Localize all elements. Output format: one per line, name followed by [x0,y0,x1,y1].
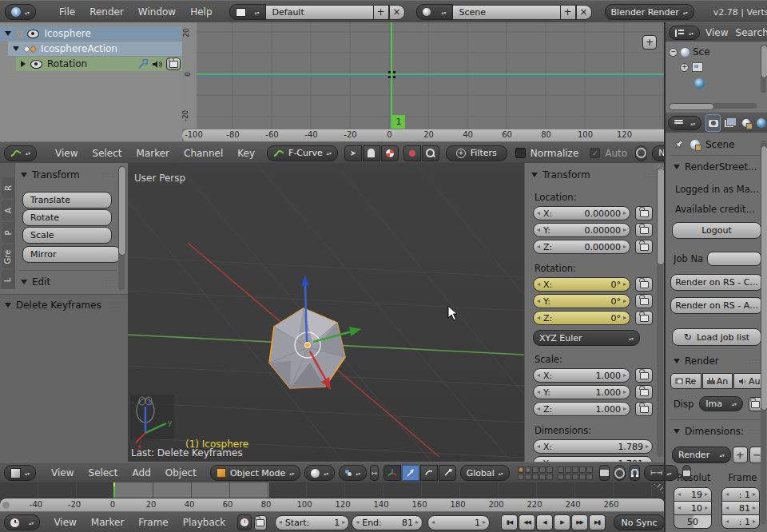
filters-button[interactable]: + Filters [446,145,507,161]
panel-dimensions-header[interactable]: Dimensions: :::: [666,420,767,437]
magnifier-icon[interactable] [422,145,439,161]
editor-type-selector[interactable]: i ▴▾ [5,4,36,20]
lock-time-icon[interactable] [254,515,267,530]
location-field[interactable]: ◂X:0.00000▸ [533,206,630,220]
panel-drag-dots[interactable]: :::: [109,301,121,309]
playback-button[interactable]: ▮◀ [501,514,518,530]
keying-set-icon[interactable] [403,145,421,161]
menu-view[interactable]: View [46,517,83,528]
mirror-button[interactable]: Mirror [22,246,121,263]
lock-icon[interactable] [635,402,653,416]
ghost-keys-icon[interactable] [635,145,647,161]
mute-speaker-icon[interactable] [152,60,162,69]
tab-render[interactable] [705,114,721,132]
toolshelf-vscrollbar[interactable] [118,166,125,291]
tab-p[interactable]: P [2,222,14,243]
cursor-tool-icon[interactable]: ➤ [344,145,362,161]
tab-scene[interactable] [739,115,753,131]
panel-drag-dots[interactable]: :::: [749,427,761,435]
lock-channel-icon[interactable] [166,58,181,70]
outliner-hscrollbar[interactable] [669,103,757,109]
render-on-rs-current-button[interactable]: Render on RS - C... [670,274,763,291]
menu-marker[interactable]: Marker [84,517,131,528]
render-still-button[interactable]: Re [670,373,701,389]
panel-drag-dots[interactable]: :::: [102,171,115,179]
lock-icon[interactable] [635,206,653,220]
expand-plus-icon[interactable]: + [680,63,689,72]
graph-mode-select[interactable]: F-Curve▴▾ [267,145,338,161]
rotation-field[interactable]: ◂X:0°▸ [533,277,630,292]
timeline-ruler[interactable]: -40-200204060801001201401601802002202402… [0,498,665,511]
playback-button[interactable]: ◀ [536,514,553,530]
scale-manipulator-icon[interactable] [439,465,456,481]
lock-icon[interactable] [635,277,653,292]
rotation-field[interactable]: ◂Y:0°▸ [533,294,630,308]
open-npanel-button[interactable]: + [642,35,657,50]
snap-element-select[interactable]: ⊢⊣ ▴▾ [644,465,678,481]
panel-drag-dots[interactable]: :::: [645,171,658,179]
menu-frame[interactable]: Frame [131,517,175,528]
playback-button[interactable]: ▶ [554,514,570,530]
viewport-shading-select[interactable]: ▴▾ [304,465,335,481]
menu-playback[interactable]: Playback [176,517,233,528]
resolution-x-field[interactable]: ◂19▸ [674,487,712,502]
outliner-child-item[interactable]: + [680,62,703,72]
menu-marker[interactable]: Marker [129,148,177,159]
expand-icon[interactable] [21,61,26,67]
timeline[interactable]: -40-200204060801001201401601802002202402… [0,482,665,511]
current-frame-field[interactable]: ◂1▸ [427,515,490,530]
channel-fcurve[interactable]: Rotation [16,57,185,71]
layers-grid-right[interactable] [558,466,593,480]
menu-add[interactable]: Add [125,467,158,478]
screen-layout-icon-selector[interactable]: ▴▾ [229,4,266,20]
auto-normalize-checkbox[interactable]: ✓ [590,148,600,158]
preset-add-button[interactable]: + [733,447,748,463]
lock-icon[interactable] [635,294,653,308]
menu-view[interactable]: View [48,148,85,159]
menu-render[interactable]: Render [82,6,131,18]
scale-field[interactable]: ◂Y:1.000▸ [533,385,630,399]
scale-field[interactable]: ◂Z:1.000▸ [533,402,630,416]
close-layout-button[interactable]: × [389,5,405,20]
graph-x-ruler[interactable]: -100-80-60-40-20020406080100120 [182,129,665,141]
interaction-mode-select[interactable]: Object Mode▴▾ [210,465,300,481]
tool-button[interactable]: Translate [22,192,112,208]
add-scene-button[interactable]: + [560,5,576,20]
add-layout-button[interactable]: + [373,5,389,20]
lock-icon[interactable] [635,223,653,237]
rotate-manipulator-icon[interactable] [420,465,438,481]
playback-button[interactable]: ◀◀ [519,514,535,530]
graph-plot[interactable]: 1 + [197,22,665,129]
lock-icon[interactable] [635,240,653,254]
visibility-eye-icon[interactable] [30,60,42,69]
time-display-icon[interactable] [237,514,251,530]
tab-l[interactable]: L [2,270,14,289]
visibility-eye-icon[interactable] [27,30,39,38]
menu-file[interactable]: File [52,6,82,18]
display-mode-select[interactable]: Ima▴▾ [699,396,743,411]
channel-object[interactable]: ▽ Icosphere [0,26,185,41]
load-job-list-button[interactable]: ↻ Load job list [672,328,761,346]
outliner-scene-item[interactable]: − Sce [669,46,710,58]
menu-help[interactable]: Help [183,6,219,18]
menu-view[interactable]: View [44,467,81,478]
playback-button[interactable]: ▶▮ [589,514,606,530]
rotation-mode-select[interactable]: XYZ Euler▴▾ [533,330,640,346]
logout-button[interactable]: Logout [672,222,761,239]
panel-npanel-transform-header[interactable]: Transform :::: [525,163,666,181]
normalize-helper-icon[interactable] [381,145,399,161]
collapse-icon[interactable] [13,46,19,51]
menu-key[interactable]: Key [230,148,262,159]
tab-grease[interactable]: Gre [2,244,14,268]
frame-start-field[interactable]: ◂: 1▸ [721,487,760,502]
menu-view[interactable]: View [700,27,733,38]
opengl-render-icon[interactable] [682,465,691,481]
layers-grid-left[interactable] [518,466,553,480]
npanel-vscrollbar[interactable] [657,168,663,457]
tab-render-layers[interactable] [722,115,736,131]
outliner-vscrollbar[interactable] [761,45,766,93]
tab-world[interactable] [754,115,767,131]
render-anim-button[interactable]: An [702,373,733,389]
panel-renderstreet-header[interactable]: RenderStreet... [666,156,767,173]
resolution-pct-slider[interactable]: 50 [674,515,712,529]
